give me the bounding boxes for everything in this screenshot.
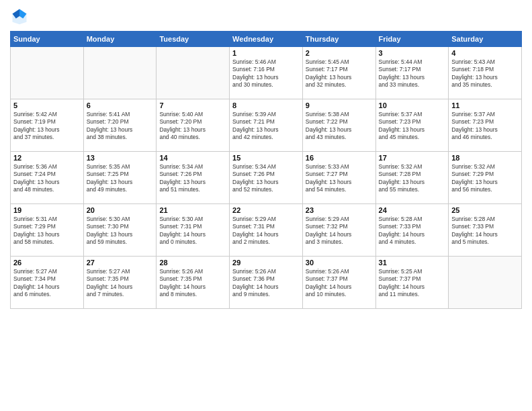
day-number: 7 (159, 101, 226, 109)
day-number: 4 (451, 49, 519, 57)
cell-info: Sunrise: 5:39 AMSunset: 7:21 PMDaylight:… (232, 111, 300, 142)
cell-info: Sunrise: 5:30 AMSunset: 7:31 PMDaylight:… (159, 216, 226, 246)
cell-info: Sunrise: 5:32 AMSunset: 7:29 PMDaylight:… (451, 163, 519, 194)
header-cell-friday: Friday (375, 32, 449, 47)
logo-icon (10, 7, 29, 26)
cell-info: Sunrise: 5:33 AMSunset: 7:27 PMDaylight:… (306, 163, 373, 194)
calendar-cell (83, 47, 157, 99)
calendar-cell: 24Sunrise: 5:28 AMSunset: 7:33 PMDayligh… (375, 204, 449, 257)
calendar-header: SundayMondayTuesdayWednesdayThursdayFrid… (11, 32, 522, 47)
header-cell-monday: Monday (83, 32, 157, 47)
calendar-cell: 5Sunrise: 5:42 AMSunset: 7:19 PMDaylight… (11, 99, 84, 152)
header-cell-tuesday: Tuesday (157, 32, 230, 47)
calendar-cell: 11Sunrise: 5:37 AMSunset: 7:23 PMDayligh… (449, 99, 522, 152)
calendar-cell: 25Sunrise: 5:28 AMSunset: 7:33 PMDayligh… (449, 204, 522, 257)
calendar-cell: 16Sunrise: 5:33 AMSunset: 7:27 PMDayligh… (302, 152, 375, 204)
week-row-3: 19Sunrise: 5:31 AMSunset: 7:29 PMDayligh… (11, 204, 522, 257)
cell-info: Sunrise: 5:37 AMSunset: 7:23 PMDaylight:… (379, 111, 446, 142)
day-number: 19 (13, 206, 81, 214)
calendar-cell: 13Sunrise: 5:35 AMSunset: 7:25 PMDayligh… (83, 152, 157, 204)
cell-info: Sunrise: 5:37 AMSunset: 7:23 PMDaylight:… (451, 111, 519, 142)
logo (10, 7, 32, 26)
calendar-cell: 18Sunrise: 5:32 AMSunset: 7:29 PMDayligh… (449, 152, 522, 204)
cell-info: Sunrise: 5:34 AMSunset: 7:26 PMDaylight:… (159, 163, 226, 194)
day-number: 18 (451, 154, 519, 162)
calendar-cell: 9Sunrise: 5:38 AMSunset: 7:22 PMDaylight… (302, 99, 375, 152)
cell-info: Sunrise: 5:27 AMSunset: 7:34 PMDaylight:… (13, 268, 81, 299)
day-number: 14 (159, 154, 226, 162)
calendar-cell: 31Sunrise: 5:25 AMSunset: 7:37 PMDayligh… (375, 257, 449, 309)
day-number: 21 (159, 206, 226, 214)
cell-info: Sunrise: 5:42 AMSunset: 7:19 PMDaylight:… (13, 111, 81, 142)
calendar-cell: 30Sunrise: 5:26 AMSunset: 7:37 PMDayligh… (302, 257, 375, 309)
cell-info: Sunrise: 5:36 AMSunset: 7:24 PMDaylight:… (13, 163, 81, 194)
calendar-cell: 20Sunrise: 5:30 AMSunset: 7:30 PMDayligh… (83, 204, 157, 257)
day-number: 25 (451, 206, 519, 214)
cell-info: Sunrise: 5:34 AMSunset: 7:26 PMDaylight:… (232, 163, 300, 194)
cell-info: Sunrise: 5:26 AMSunset: 7:36 PMDaylight:… (232, 268, 300, 299)
cell-info: Sunrise: 5:28 AMSunset: 7:33 PMDaylight:… (379, 216, 446, 246)
day-number: 27 (87, 259, 154, 267)
header-cell-wednesday: Wednesday (230, 32, 303, 47)
cell-info: Sunrise: 5:41 AMSunset: 7:20 PMDaylight:… (87, 111, 154, 142)
cell-info: Sunrise: 5:46 AMSunset: 7:16 PMDaylight:… (232, 58, 300, 89)
calendar-cell: 6Sunrise: 5:41 AMSunset: 7:20 PMDaylight… (83, 99, 157, 152)
day-number: 23 (306, 206, 373, 214)
cell-info: Sunrise: 5:38 AMSunset: 7:22 PMDaylight:… (306, 111, 373, 142)
day-number: 5 (13, 101, 81, 109)
day-number: 9 (306, 101, 373, 109)
calendar-cell (11, 47, 84, 99)
page: SundayMondayTuesdayWednesdayThursdayFrid… (0, 0, 532, 411)
day-number: 31 (379, 259, 446, 267)
day-number: 26 (13, 259, 81, 267)
header-cell-saturday: Saturday (449, 32, 522, 47)
cell-info: Sunrise: 5:27 AMSunset: 7:35 PMDaylight:… (87, 268, 154, 299)
calendar-cell: 14Sunrise: 5:34 AMSunset: 7:26 PMDayligh… (157, 152, 230, 204)
header-row: SundayMondayTuesdayWednesdayThursdayFrid… (11, 32, 522, 47)
calendar-cell (157, 47, 230, 99)
day-number: 1 (232, 49, 300, 57)
cell-info: Sunrise: 5:40 AMSunset: 7:20 PMDaylight:… (159, 111, 226, 142)
day-number: 16 (306, 154, 373, 162)
calendar-body: 1Sunrise: 5:46 AMSunset: 7:16 PMDaylight… (11, 47, 522, 309)
day-number: 11 (451, 101, 519, 109)
day-number: 20 (87, 206, 154, 214)
day-number: 17 (379, 154, 446, 162)
header-cell-thursday: Thursday (302, 32, 375, 47)
cell-info: Sunrise: 5:29 AMSunset: 7:32 PMDaylight:… (306, 216, 373, 246)
cell-info: Sunrise: 5:44 AMSunset: 7:17 PMDaylight:… (379, 58, 446, 89)
cell-info: Sunrise: 5:30 AMSunset: 7:30 PMDaylight:… (87, 216, 154, 246)
calendar-cell: 10Sunrise: 5:37 AMSunset: 7:23 PMDayligh… (375, 99, 449, 152)
cell-info: Sunrise: 5:32 AMSunset: 7:28 PMDaylight:… (379, 163, 446, 194)
week-row-4: 26Sunrise: 5:27 AMSunset: 7:34 PMDayligh… (11, 257, 522, 309)
cell-info: Sunrise: 5:26 AMSunset: 7:37 PMDaylight:… (306, 268, 373, 299)
calendar-cell: 17Sunrise: 5:32 AMSunset: 7:28 PMDayligh… (375, 152, 449, 204)
calendar-cell: 23Sunrise: 5:29 AMSunset: 7:32 PMDayligh… (302, 204, 375, 257)
week-row-0: 1Sunrise: 5:46 AMSunset: 7:16 PMDaylight… (11, 47, 522, 99)
day-number: 8 (232, 101, 300, 109)
calendar-cell: 7Sunrise: 5:40 AMSunset: 7:20 PMDaylight… (157, 99, 230, 152)
day-number: 3 (379, 49, 446, 57)
calendar-cell: 19Sunrise: 5:31 AMSunset: 7:29 PMDayligh… (11, 204, 84, 257)
day-number: 24 (379, 206, 446, 214)
cell-info: Sunrise: 5:45 AMSunset: 7:17 PMDaylight:… (306, 58, 373, 89)
day-number: 15 (232, 154, 300, 162)
day-number: 13 (87, 154, 154, 162)
calendar-cell: 1Sunrise: 5:46 AMSunset: 7:16 PMDaylight… (230, 47, 303, 99)
calendar-cell: 3Sunrise: 5:44 AMSunset: 7:17 PMDaylight… (375, 47, 449, 99)
calendar-cell: 26Sunrise: 5:27 AMSunset: 7:34 PMDayligh… (11, 257, 84, 309)
week-row-2: 12Sunrise: 5:36 AMSunset: 7:24 PMDayligh… (11, 152, 522, 204)
header (10, 7, 522, 26)
day-number: 30 (306, 259, 373, 267)
calendar-cell: 28Sunrise: 5:26 AMSunset: 7:35 PMDayligh… (157, 257, 230, 309)
day-number: 2 (306, 49, 373, 57)
cell-info: Sunrise: 5:25 AMSunset: 7:37 PMDaylight:… (379, 268, 446, 299)
day-number: 29 (232, 259, 300, 267)
day-number: 6 (87, 101, 154, 109)
day-number: 28 (159, 259, 226, 267)
calendar-cell: 15Sunrise: 5:34 AMSunset: 7:26 PMDayligh… (230, 152, 303, 204)
calendar-cell (449, 257, 522, 309)
cell-info: Sunrise: 5:28 AMSunset: 7:33 PMDaylight:… (451, 216, 519, 246)
header-cell-sunday: Sunday (11, 32, 84, 47)
cell-info: Sunrise: 5:31 AMSunset: 7:29 PMDaylight:… (13, 216, 81, 246)
